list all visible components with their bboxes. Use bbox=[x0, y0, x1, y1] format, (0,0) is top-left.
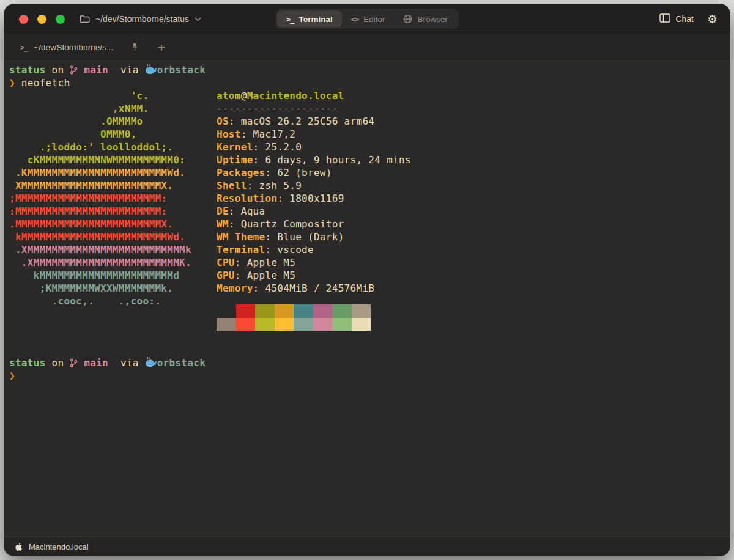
chat-button[interactable]: Chat bbox=[659, 13, 694, 24]
prompt-context: orbstack bbox=[157, 357, 206, 369]
info-row: WM: Quartz Compositor bbox=[217, 218, 730, 230]
info-row: CPU: Apple M5 bbox=[217, 256, 730, 269]
prompt-context: orbstack bbox=[157, 64, 206, 76]
workspace-path-selector[interactable]: ~/dev/Stormborne/status bbox=[80, 14, 201, 24]
system-info: atom@Macintendo.local ------------------… bbox=[217, 89, 730, 331]
ascii-art-line: :MMMMMMMMMMMMMMMMMMMMMMMM: bbox=[9, 205, 217, 218]
terminal-icon: >_ bbox=[286, 15, 294, 23]
prompt-line: status on main via orbstack bbox=[9, 64, 730, 76]
neofetch-output: 'c. ,xNMM. .OMMMMo OMMM0, .;loddo:' lool… bbox=[9, 89, 730, 331]
whale-icon bbox=[145, 64, 157, 78]
prompt-dir: status bbox=[9, 64, 46, 76]
statusbar-host: Macintendo.local bbox=[29, 542, 89, 551]
whale-icon bbox=[145, 357, 157, 370]
git-branch-icon bbox=[70, 65, 78, 78]
fetch-separator: -------------------- bbox=[217, 102, 730, 115]
prompt-char: ❯ bbox=[9, 77, 15, 89]
apple-icon bbox=[15, 542, 23, 551]
terminal-tab[interactable]: >_ ~/dev/Stormborne/s... bbox=[20, 43, 113, 52]
ascii-art-line: kMMMMMMMMMMMMMMMMMMMMMMd bbox=[9, 269, 217, 282]
terminal-prompt-icon: >_ bbox=[20, 43, 28, 52]
code-icon: <> bbox=[351, 15, 358, 23]
info-row: WM Theme: Blue (Dark) bbox=[217, 230, 730, 243]
view-switcher: >_ Terminal <> Editor Browser bbox=[275, 9, 459, 29]
info-row: Packages: 62 (brew) bbox=[217, 166, 730, 179]
tab-terminal[interactable]: >_ Terminal bbox=[277, 11, 342, 28]
ascii-art-line: .XMMMMMMMMMMMMMMMMMMMMMMMMK. bbox=[9, 256, 217, 269]
zoom-button[interactable] bbox=[56, 15, 65, 24]
folder-icon bbox=[80, 15, 90, 23]
fetch-title: atom@Macintendo.local bbox=[217, 89, 730, 102]
terminal-pane[interactable]: status on main via orbstack ❯ neofetch '… bbox=[4, 61, 730, 537]
command-line: ❯ neofetch bbox=[9, 76, 730, 89]
app-window: ~/dev/Stormborne/status >_ Terminal <> E… bbox=[4, 4, 730, 556]
traffic-lights bbox=[19, 15, 65, 24]
info-row: DE: Aqua bbox=[217, 205, 730, 218]
ascii-art-line: kMMMMMMMMMMMMMMMMMMMMMMMMWd. bbox=[9, 230, 217, 243]
chevron-down-icon bbox=[195, 17, 201, 21]
info-row: Memory: 4504MiB / 24576MiB bbox=[217, 282, 730, 295]
apple-ascii-art: 'c. ,xNMM. .OMMMMo OMMM0, .;loddo:' lool… bbox=[9, 89, 217, 331]
info-row: Host: Mac17,2 bbox=[217, 128, 730, 141]
info-row: Shell: zsh 5.9 bbox=[217, 179, 730, 192]
workspace-path: ~/dev/Stormborne/status bbox=[95, 14, 189, 24]
info-row: Terminal: vscode bbox=[217, 243, 730, 256]
palette-bright-row bbox=[217, 318, 730, 331]
new-tab-button[interactable]: + bbox=[158, 41, 165, 54]
titlebar: ~/dev/Stormborne/status >_ Terminal <> E… bbox=[4, 4, 730, 34]
pin-icon[interactable] bbox=[132, 43, 138, 52]
ascii-art-line: 'c. bbox=[9, 89, 217, 102]
ascii-art-line: ;MMMMMMMMMMMMMMMMMMMMMMMM: bbox=[9, 192, 217, 205]
ascii-art-line: .MMMMMMMMMMMMMMMMMMMMMMMMX. bbox=[9, 218, 217, 230]
info-row: Kernel: 25.2.0 bbox=[217, 141, 730, 153]
info-row: Resolution: 1800x1169 bbox=[217, 192, 730, 205]
ascii-art-line: cKMMMMMMMMMMNWMMMMMMMMMM0: bbox=[9, 153, 217, 166]
side-panel-icon bbox=[659, 13, 670, 24]
ascii-art-line: ;KMMMMMMMWXXWMMMMMMMk. bbox=[9, 282, 217, 295]
ascii-art-line: OMMM0, bbox=[9, 128, 217, 141]
ascii-art-line: .XMMMMMMMMMMMMMMMMMMMMMMMMMMk bbox=[9, 243, 217, 256]
info-row: OS: macOS 26.2 25C56 arm64 bbox=[217, 115, 730, 128]
ascii-art-line: .cooc,. .,coo:. bbox=[9, 295, 217, 308]
palette-normal-row bbox=[217, 304, 730, 318]
ascii-art-line: .;loddo:' loolloddol;. bbox=[9, 141, 217, 153]
globe-icon bbox=[403, 15, 412, 24]
terminal-tabstrip: >_ ~/dev/Stormborne/s... + bbox=[4, 34, 730, 61]
prompt-dir: status bbox=[9, 357, 46, 369]
prompt-char: ❯ bbox=[9, 370, 15, 381]
prompt-line: status on main via orbstack bbox=[9, 356, 730, 369]
ascii-art-line: ,xNMM. bbox=[9, 102, 217, 115]
prompt-branch: main bbox=[78, 64, 108, 76]
minimize-button[interactable] bbox=[37, 15, 46, 24]
git-branch-icon bbox=[70, 358, 78, 370]
settings-gear-icon[interactable]: ⚙ bbox=[707, 13, 717, 25]
command-text: neofetch bbox=[15, 77, 70, 89]
ascii-art-line: .KMMMMMMMMMMMMMMMMMMMMMMMWd. bbox=[9, 166, 217, 179]
info-row: GPU: Apple M5 bbox=[217, 269, 730, 282]
terminal-tab-title: ~/dev/Stormborne/s... bbox=[34, 43, 113, 52]
ascii-art-line: XMMMMMMMMMMMMMMMMMMMMMMMX. bbox=[9, 179, 217, 192]
tab-editor[interactable]: <> Editor bbox=[342, 11, 395, 28]
ascii-art-line: .OMMMMo bbox=[9, 115, 217, 128]
tab-browser[interactable]: Browser bbox=[394, 11, 457, 28]
prompt-branch: main bbox=[78, 357, 108, 369]
statusbar: Macintendo.local bbox=[4, 537, 730, 556]
cursor-line: ❯ bbox=[9, 369, 730, 382]
close-button[interactable] bbox=[19, 15, 28, 24]
info-row: Uptime: 6 days, 9 hours, 24 mins bbox=[217, 153, 730, 166]
color-palette bbox=[217, 304, 730, 331]
